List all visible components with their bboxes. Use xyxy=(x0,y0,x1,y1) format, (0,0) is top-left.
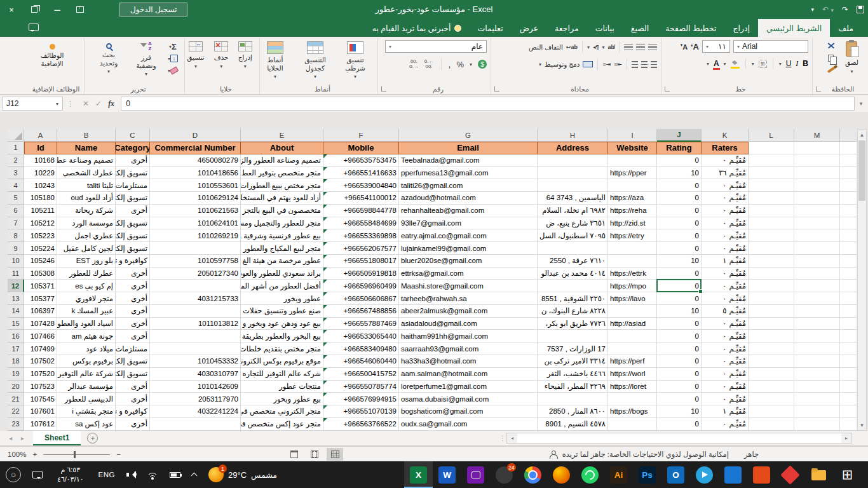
cell-H22[interactable]: ٨٦٠٠ المنار , 2850 xyxy=(538,405,608,418)
cell-N2[interactable] xyxy=(840,154,857,167)
cell-N14[interactable] xyxy=(840,305,857,318)
weather-widget[interactable]: 1 29°C مشمس xyxy=(202,461,283,488)
battery-icon[interactable] xyxy=(170,472,180,478)
col-header-F[interactable]: F xyxy=(323,129,399,142)
number-dialog-launcher[interactable] xyxy=(381,86,386,92)
cell-C23[interactable]: أخرى xyxy=(116,418,150,431)
cell-J11[interactable]: 0 xyxy=(657,268,702,280)
cell-B13[interactable]: متجر لافوري xyxy=(57,292,116,305)
cell-B15[interactable]: اسياد العود والعطور xyxy=(57,318,116,330)
tab-data[interactable]: بيانات xyxy=(587,19,623,37)
col-header-L[interactable]: L xyxy=(749,129,794,142)
taskbar-icon-folder[interactable] xyxy=(804,461,833,488)
cell-H11[interactable]: ٤٠١٤ محمد بن عبدالو xyxy=(538,268,608,280)
notification-chat-icon[interactable] xyxy=(32,471,43,478)
cell-D12[interactable] xyxy=(150,280,241,292)
cell-G15[interactable]: asiadaloud@gmail.com xyxy=(399,318,538,330)
italic-button[interactable]: I xyxy=(796,59,798,69)
cell-L1[interactable] xyxy=(749,142,794,154)
tab-review[interactable]: مراجعة xyxy=(546,19,587,37)
sort-filter-button[interactable]: AZ فرز وتصفية ▾ xyxy=(129,40,163,79)
cell-A13[interactable]: 105377 xyxy=(24,292,57,305)
cell-A10[interactable]: 105246 xyxy=(24,255,57,268)
tab-page-layout[interactable]: تخطيط الصفحة xyxy=(657,19,724,37)
cell-G4[interactable]: taliti26@gmail.com xyxy=(399,179,538,192)
increase-decimal-icon[interactable]: ←.0.00 xyxy=(424,59,434,69)
cell-H14[interactable]: ٨٢٢٨ شارع البنوك، ن xyxy=(538,305,608,318)
row-header-13[interactable]: 13 xyxy=(8,292,24,305)
insert-cells-button[interactable]: إدراج ▾ xyxy=(235,40,255,71)
cell-B17[interactable]: ميلاد عود xyxy=(57,342,116,355)
formula-bar-expand-icon[interactable]: ▾ xyxy=(856,100,866,107)
cell-D2[interactable]: 4650080279 xyxy=(150,154,241,167)
row-header-10[interactable]: 10 xyxy=(8,255,24,268)
font-color-icon[interactable]: A xyxy=(714,60,719,67)
cell-C20[interactable]: أخرى xyxy=(116,381,150,393)
cell-D6[interactable]: 1010621563 xyxy=(150,205,241,217)
cell-D7[interactable]: 1010624101 xyxy=(150,217,241,230)
col-header-M[interactable]: M xyxy=(794,129,840,142)
cell-H17[interactable]: 17 الوزارات , 7537 xyxy=(538,342,608,355)
tab-view[interactable]: عرض xyxy=(512,19,546,37)
cell-L15[interactable] xyxy=(749,318,794,330)
cell-E6[interactable]: متخصصون في البيع بالتجز xyxy=(241,205,323,217)
cell-B16[interactable]: جونة هيثم am xyxy=(57,330,116,342)
tab-help[interactable]: تعليمات xyxy=(469,19,511,37)
cell-A5[interactable]: 105180 xyxy=(24,192,57,205)
cell-D10[interactable]: 1010597758 xyxy=(150,255,241,268)
cell-N23[interactable] xyxy=(840,418,857,431)
taskbar-icon-firefox[interactable] xyxy=(547,461,576,488)
cell-J18[interactable]: 0 xyxy=(657,355,702,368)
cell-G1[interactable]: Email xyxy=(399,142,538,154)
cell-G23[interactable]: oudx.sa@gmail.com xyxy=(399,418,538,431)
cell-K1[interactable]: Raters xyxy=(702,142,749,154)
cell-N1[interactable] xyxy=(840,142,857,154)
taskbar-icon-photoshop[interactable]: Ps xyxy=(633,461,661,488)
cell-D11[interactable]: 2050127340 xyxy=(150,268,241,280)
cell-K23[interactable]: ٠مُقيِّـم xyxy=(702,418,749,431)
cell-L19[interactable] xyxy=(749,368,794,381)
cell-F13[interactable]: +966506606867 xyxy=(323,292,399,305)
cell-K14[interactable]: ٥مُقيِّـم xyxy=(702,305,749,318)
cell-N20[interactable] xyxy=(840,381,857,393)
cell-N8[interactable] xyxy=(840,229,857,242)
row-header-21[interactable]: 21 xyxy=(8,393,24,405)
qat-customize-icon[interactable]: ▾ xyxy=(811,6,814,13)
cell-A4[interactable]: 10243 xyxy=(24,179,57,192)
find-select-button[interactable]: بحث وتحديد ▾ xyxy=(92,40,126,76)
fill-color-caret[interactable]: ▾ xyxy=(724,61,726,67)
cell-K5[interactable]: ٠مُقيِّـم xyxy=(702,192,749,205)
cell-I8[interactable]: https://etry xyxy=(608,229,657,242)
cell-K4[interactable]: ٠مُقيِّـم xyxy=(702,179,749,192)
cell-G13[interactable]: tarheeb@rahwah.sa xyxy=(399,292,538,305)
scroll-right-icon[interactable]: ▸ xyxy=(841,433,851,443)
row-header-5[interactable]: 5 xyxy=(8,192,24,205)
cell-H21[interactable] xyxy=(538,393,608,405)
cell-A1[interactable]: Id xyxy=(24,142,57,154)
cell-F1[interactable]: Mobile xyxy=(323,142,399,154)
font-size-combo[interactable]: ▾١١ xyxy=(702,40,730,53)
cell-C16[interactable]: أخرى xyxy=(116,330,150,342)
cell-G10[interactable]: bluer2020se@gmail.com xyxy=(399,255,538,268)
cell-I13[interactable]: https://lavo xyxy=(608,292,657,305)
cell-J9[interactable]: 0 xyxy=(657,242,702,255)
cell-N15[interactable] xyxy=(840,318,857,330)
cell-A8[interactable]: 105223 xyxy=(24,229,57,242)
cell-M19[interactable] xyxy=(794,368,840,381)
row-header-18[interactable]: 18 xyxy=(8,355,24,368)
cell-J6[interactable]: 0 xyxy=(657,205,702,217)
merge-center-button[interactable]: دمج وتوسيط xyxy=(545,60,580,68)
cell-D22[interactable]: 4032241224 xyxy=(150,405,241,418)
cell-E8[interactable]: بيع عطور فرنسية وشرقية و xyxy=(241,229,323,242)
taskbar-icon-illustrator[interactable]: Ai xyxy=(604,461,633,488)
zoom-slider[interactable] xyxy=(43,454,110,455)
cell-M6[interactable] xyxy=(794,205,840,217)
cell-A19[interactable]: 107520 xyxy=(24,368,57,381)
cell-M8[interactable] xyxy=(794,229,840,242)
cell-K3[interactable]: ٣٦مُقيِّـم xyxy=(702,167,749,180)
cell-M7[interactable] xyxy=(794,217,840,230)
cell-A7[interactable]: 105212 xyxy=(24,217,57,230)
col-header-E[interactable]: E xyxy=(241,129,323,142)
cell-E14[interactable]: صنع عطور وتنسيق حفلات xyxy=(241,305,323,318)
cell-M1[interactable] xyxy=(794,142,840,154)
